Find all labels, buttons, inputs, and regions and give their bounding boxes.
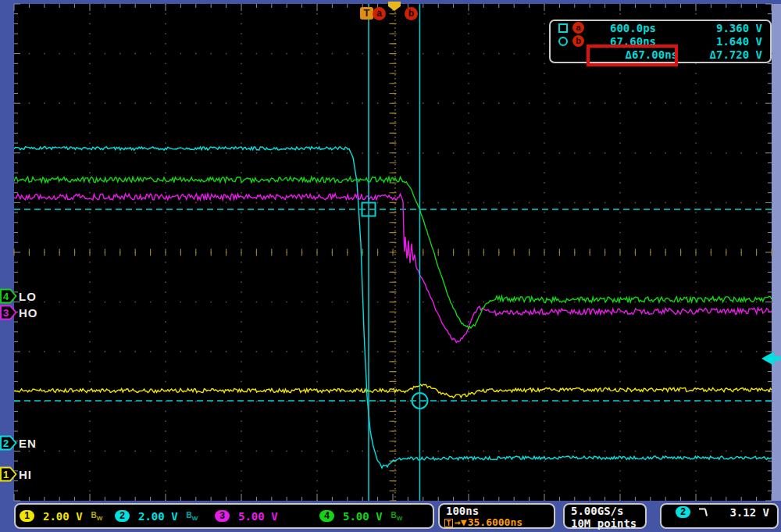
channel-2-position-badge[interactable]: 2 bbox=[0, 435, 17, 451]
channel-3-badge[interactable]: 3 bbox=[215, 510, 230, 522]
channel-settings-box[interactable]: 1 2.00 V BW 2 2.00 V BW 3 5.00 V BW 4 5.… bbox=[14, 503, 434, 529]
channel-4-badge[interactable]: 4 bbox=[319, 510, 334, 522]
waveform-traces bbox=[14, 147, 772, 468]
trigger-delay-value: 35.6000ns bbox=[468, 517, 522, 528]
channel-4-scale: 5.00 V bbox=[343, 510, 383, 523]
channel-3-readout[interactable]: 3 5.00 V BW bbox=[215, 505, 298, 527]
cursor-a-voltage: 9.360 V bbox=[669, 22, 762, 34]
cursor-a-readout-row: a 600.0ps 9.360 V bbox=[551, 22, 770, 34]
bandwidth-limit-icon: BW bbox=[391, 511, 403, 522]
sample-rate: 5.00GS/s bbox=[565, 505, 645, 517]
channel-1-badge[interactable]: 1 bbox=[20, 510, 34, 522]
channel-2-scale: 2.00 V bbox=[138, 510, 178, 523]
channel-4-position-badge[interactable]: 4 bbox=[0, 288, 17, 304]
acquisition-box[interactable]: 5.00GS/s 10M points bbox=[563, 503, 647, 529]
circle-cursor-icon bbox=[558, 37, 568, 46]
cursor-b-voltage: 1.640 V bbox=[669, 35, 762, 48]
trigger-settings-box[interactable]: 2 3.12 V bbox=[660, 503, 779, 529]
svg-text:2: 2 bbox=[3, 437, 9, 449]
channel-1-position-badge[interactable]: 1 bbox=[0, 466, 17, 482]
square-cursor-icon bbox=[558, 23, 568, 33]
channel-2-badge[interactable]: 2 bbox=[115, 510, 130, 522]
channel-2-signal-label: EN bbox=[19, 437, 37, 450]
channel-3-position-badge[interactable]: 3 bbox=[0, 305, 17, 320]
highlight-annotation bbox=[587, 45, 678, 66]
cursor-b-flag[interactable]: b bbox=[405, 7, 418, 20]
trigger-level-arrow[interactable] bbox=[761, 352, 780, 366]
record-length: 10M points bbox=[565, 517, 645, 530]
cursor-a-badge: a bbox=[572, 22, 584, 34]
channel-1-readout[interactable]: 1 2.00 V BW bbox=[20, 505, 102, 527]
cursor-delta-voltage: Δ7.720 V bbox=[669, 48, 762, 61]
channel-1-signal-label: HI bbox=[19, 468, 32, 481]
channel-2-readout[interactable]: 2 2.00 V BW bbox=[115, 505, 198, 527]
channel-4-readout[interactable]: 4 5.00 V BW bbox=[319, 505, 402, 527]
timebase-scale: 100ns bbox=[440, 505, 554, 517]
channel-3-scale: 5.00 V bbox=[238, 510, 278, 523]
trigger-delay-icon: T bbox=[444, 519, 453, 527]
channel-1-scale: 2.00 V bbox=[43, 510, 83, 523]
oscilloscope-screen: T a b a 600.0ps 9.360 V b 67.60ns 1.640 … bbox=[0, 0, 781, 532]
cursor-a-flag[interactable]: a bbox=[373, 7, 386, 20]
center-graticule-ticks bbox=[14, 4, 772, 501]
channel-4-signal-label: LO bbox=[19, 290, 37, 303]
trigger-level-value: 3.12 V bbox=[729, 506, 769, 519]
trace-ch3-ho bbox=[14, 194, 772, 343]
trigger-channel-badge[interactable]: 2 bbox=[676, 506, 690, 518]
svg-text:4: 4 bbox=[3, 291, 9, 302]
scope-graticule-and-traces bbox=[0, 0, 781, 532]
delay-arrow-icon: →▼ bbox=[455, 517, 467, 528]
cursor-b-badge: b bbox=[572, 35, 584, 47]
channel-3-signal-label: HO bbox=[19, 306, 38, 320]
falling-edge-icon bbox=[698, 506, 711, 518]
bandwidth-limit-icon: BW bbox=[187, 511, 198, 522]
timebase-box[interactable]: 100ns T →▼ 35.6000ns bbox=[438, 503, 555, 529]
trigger-delay-readout: T →▼ 35.6000ns bbox=[440, 517, 554, 528]
trace-ch2-en bbox=[14, 147, 772, 468]
bandwidth-limit-icon: BW bbox=[91, 511, 103, 522]
cursor-a-time: 600.0ps bbox=[594, 22, 656, 34]
svg-text:1: 1 bbox=[3, 469, 9, 480]
trigger-source-flag[interactable]: T bbox=[360, 7, 373, 20]
svg-text:3: 3 bbox=[3, 307, 9, 319]
